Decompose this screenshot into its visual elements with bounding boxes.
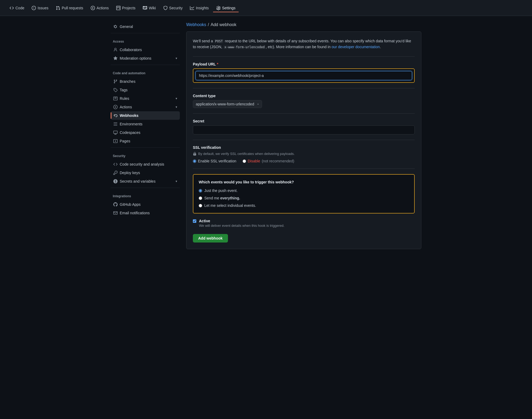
nav-actions[interactable]: Actions [88, 4, 112, 12]
sidebar-item-codesecurity[interactable]: Code security and analysis [111, 160, 180, 169]
events-everything-option[interactable]: Send me everything. [199, 196, 409, 200]
sidebar-item-tags[interactable]: Tags [111, 86, 180, 94]
breadcrumb-parent[interactable]: Webhooks [186, 22, 206, 27]
nav-insights[interactable]: Insights [187, 4, 212, 12]
events-individual-radio[interactable] [199, 204, 202, 207]
main-content: Webhooks / Add webhook We'll send a POST… [186, 22, 421, 249]
moderation-icon [113, 56, 118, 60]
nav-code[interactable]: Code [6, 4, 27, 12]
events-push-option[interactable]: Just the push event. [199, 188, 409, 193]
automation-section-label: Code and automation [111, 67, 180, 77]
sidebar-item-actions[interactable]: Actions ▾ [111, 103, 180, 111]
tag-icon [113, 88, 118, 92]
urlencoded-code: x-www-form-urlencoded [223, 45, 266, 49]
branches-icon [113, 79, 118, 84]
sidebar-item-rules[interactable]: Rules ▾ [111, 94, 180, 103]
events-box: Which events would you like to trigger t… [193, 174, 415, 213]
events-push-radio[interactable] [199, 189, 202, 192]
secret-input[interactable] [193, 125, 415, 134]
content-type-group: Content type application/x-www-form-urle… [193, 94, 415, 108]
post-code: POST [214, 39, 224, 43]
codesecurity-label: Code security and analysis [120, 162, 164, 166]
ssl-enable-label: Enable SSL verification [198, 159, 236, 163]
settings-sidebar: General Access Collaborators Moderation … [111, 22, 180, 249]
active-label-group: Active We will deliver event details whe… [199, 219, 284, 228]
sidebar-item-webhooks[interactable]: Webhooks [111, 111, 180, 120]
ssl-disable-option[interactable]: Disable (not recommended) [243, 159, 294, 163]
collaborators-label: Collaborators [120, 48, 142, 52]
rules-icon [113, 96, 118, 101]
secret-label: Secret [193, 119, 415, 123]
nav-security-label: Security [169, 6, 183, 10]
actions-nav-icon [91, 6, 95, 10]
breadcrumb: Webhooks / Add webhook [186, 22, 421, 27]
integrations-section-label: Integrations [111, 190, 180, 200]
sidebar-item-environments[interactable]: Environments [111, 120, 180, 128]
nav-insights-label: Insights [196, 6, 209, 10]
environments-icon [113, 122, 118, 126]
sidebar-item-email[interactable]: Email notifications [111, 209, 180, 217]
pages-label: Pages [120, 139, 130, 143]
events-title: Which events would you like to trigger t… [199, 180, 409, 184]
nav-pullrequests[interactable]: Pull requests [53, 4, 86, 12]
add-webhook-button[interactable]: Add webhook [193, 234, 228, 243]
ssl-title: SSL verification [193, 145, 415, 150]
codespaces-label: Codespaces [120, 130, 140, 135]
insights-icon [190, 6, 194, 10]
nav-settings[interactable]: Settings [213, 4, 239, 12]
sidebar-item-codespaces[interactable]: Codespaces [111, 128, 180, 137]
sidebar-item-branches[interactable]: Branches [111, 77, 180, 86]
events-everything-label: Send me everything. [204, 196, 240, 200]
person-icon [113, 48, 118, 52]
payload-url-input[interactable] [196, 71, 412, 80]
events-radio-group: Just the push event. Send me everything.… [199, 188, 409, 208]
sidebar-item-general[interactable]: General [111, 22, 180, 31]
webhooks-icon [113, 113, 118, 118]
top-nav: Code Issues Pull requests Actions Projec… [0, 0, 532, 16]
events-individual-option[interactable]: Let me select individual events. [199, 203, 409, 208]
environments-label: Environments [120, 122, 143, 126]
nav-actions-label: Actions [97, 6, 109, 10]
nav-issues[interactable]: Issues [28, 4, 51, 12]
required-star: * [217, 62, 218, 66]
payload-url-label: Payload URL* [193, 62, 415, 66]
active-checkbox-row: Active We will deliver event details whe… [193, 219, 415, 228]
nav-projects[interactable]: Projects [113, 4, 139, 12]
sidebar-item-pages[interactable]: Pages [111, 137, 180, 145]
codesecurity-icon [113, 162, 118, 166]
email-icon [113, 211, 118, 215]
sidebar-item-moderation[interactable]: Moderation options ▾ [111, 54, 180, 63]
intro-paragraph: We'll send a POST request to the URL bel… [193, 38, 415, 50]
actions-sidebar-label: Actions [120, 105, 132, 109]
secrets-chevron: ▾ [176, 179, 177, 183]
nav-wiki[interactable]: Wiki [140, 4, 159, 12]
active-label[interactable]: Active [199, 219, 284, 223]
tags-label: Tags [120, 88, 128, 92]
ssl-enable-radio[interactable] [193, 159, 196, 163]
events-everything-radio[interactable] [199, 196, 202, 200]
security-nav-icon [163, 6, 168, 10]
developer-docs-link[interactable]: our developer documentation [332, 45, 380, 49]
nav-issues-label: Issues [38, 6, 48, 10]
active-checkbox[interactable] [193, 219, 196, 223]
nav-pullrequests-label: Pull requests [62, 6, 83, 10]
ssl-disable-radio[interactable] [243, 159, 246, 163]
githubapps-icon [113, 202, 118, 207]
issues-icon [32, 6, 36, 10]
secrets-icon [113, 179, 118, 183]
settings-nav-icon [216, 6, 221, 10]
secrets-label: Secrets and variables [120, 179, 156, 183]
payload-url-group: Payload URL* [193, 62, 415, 83]
nav-security[interactable]: Security [160, 4, 186, 12]
sidebar-item-deploykeys[interactable]: Deploy keys [111, 169, 180, 177]
moderation-chevron: ▾ [176, 56, 177, 60]
deploykeys-icon [113, 171, 118, 175]
active-description: We will deliver event details when this … [199, 224, 284, 228]
sidebar-item-githubapps[interactable]: GitHub Apps [111, 200, 180, 209]
sidebar-item-collaborators[interactable]: Collaborators [111, 46, 180, 54]
content-type-select[interactable]: application/x-www-form-urlencoded applic… [193, 100, 262, 108]
secret-group: Secret [193, 119, 415, 134]
sidebar-general-label: General [120, 24, 133, 29]
sidebar-item-secrets[interactable]: Secrets and variables ▾ [111, 177, 180, 186]
ssl-enable-option[interactable]: Enable SSL verification [193, 159, 236, 163]
